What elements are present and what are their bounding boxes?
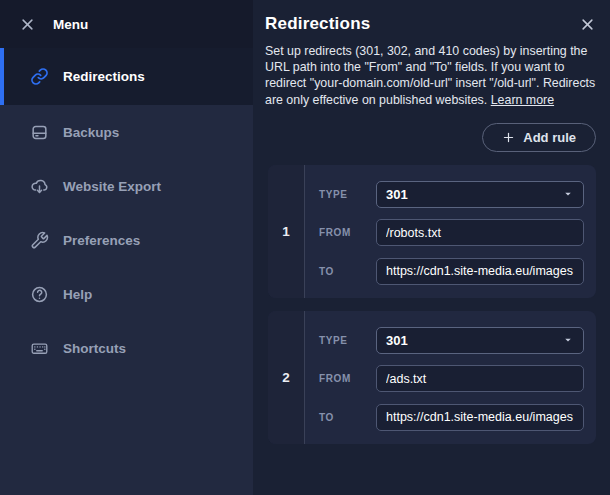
menu-close-button[interactable]	[16, 13, 38, 35]
redirections-panel: Redirections Set up redirects (301, 302,…	[253, 0, 610, 495]
type-select-value: 301	[386, 187, 408, 202]
to-row: TO	[319, 404, 584, 431]
menu-title: Menu	[53, 17, 88, 32]
sidebar-item-label: Preferences	[63, 233, 140, 248]
type-row: TYPE 301	[319, 181, 584, 208]
from-label: FROM	[319, 373, 376, 384]
rule-number: 2	[268, 311, 305, 444]
from-row: FROM	[319, 365, 584, 392]
wrench-icon	[30, 231, 49, 250]
sidebar-item-preferences[interactable]: Preferences	[0, 213, 253, 267]
add-rule-label: Add rule	[523, 130, 576, 145]
sidebar-header: Menu	[0, 0, 253, 48]
from-label: FROM	[319, 227, 376, 238]
page-title: Redirections	[265, 14, 596, 34]
sidebar-item-website-export[interactable]: Website Export	[0, 159, 253, 213]
sidebar-item-label: Website Export	[63, 179, 161, 194]
sidebar-item-label: Redirections	[63, 69, 145, 84]
panel-description: Set up redirects (301, 302, and 410 code…	[265, 43, 596, 108]
from-input[interactable]	[376, 365, 584, 392]
sidebar-item-label: Backups	[63, 125, 119, 140]
redirect-rule-card: 1 TYPE 301 FROM TO	[268, 165, 596, 298]
close-icon	[580, 17, 595, 32]
from-row: FROM	[319, 219, 584, 246]
rule-number: 1	[268, 165, 305, 298]
keyboard-icon	[30, 339, 49, 358]
plus-icon	[502, 131, 515, 144]
panel-close-button[interactable]	[578, 15, 596, 33]
type-select[interactable]: 301	[376, 181, 584, 208]
redirect-rule-card: 2 TYPE 301 FROM TO	[268, 311, 596, 444]
to-row: TO	[319, 258, 584, 285]
to-label: TO	[319, 266, 376, 277]
rule-fields: TYPE 301 FROM TO	[305, 311, 596, 444]
question-circle-icon	[30, 285, 49, 304]
to-input[interactable]	[376, 258, 584, 285]
type-row: TYPE 301	[319, 327, 584, 354]
sidebar-item-label: Help	[63, 287, 92, 302]
chevron-down-icon	[562, 334, 574, 346]
link-icon	[30, 67, 49, 86]
to-input[interactable]	[376, 404, 584, 431]
sidebar-item-backups[interactable]: Backups	[0, 105, 253, 159]
rule-fields: TYPE 301 FROM TO	[305, 165, 596, 298]
sidebar-item-redirections[interactable]: Redirections	[0, 48, 253, 105]
type-select[interactable]: 301	[376, 327, 584, 354]
chevron-down-icon	[562, 188, 574, 200]
sidebar-item-shortcuts[interactable]: Shortcuts	[0, 321, 253, 375]
to-label: TO	[319, 412, 376, 423]
learn-more-link[interactable]: Learn more	[491, 93, 554, 107]
type-label: TYPE	[319, 335, 376, 346]
type-select-value: 301	[386, 333, 408, 348]
menu-sidebar: Menu Redirections Backups Website Export…	[0, 0, 253, 495]
add-rule-row: Add rule	[265, 123, 596, 152]
drive-icon	[30, 123, 49, 142]
cloud-download-icon	[30, 177, 49, 196]
from-input[interactable]	[376, 219, 584, 246]
type-label: TYPE	[319, 189, 376, 200]
close-icon	[20, 17, 35, 32]
sidebar-item-label: Shortcuts	[63, 341, 126, 356]
sidebar-item-help[interactable]: Help	[0, 267, 253, 321]
add-rule-button[interactable]: Add rule	[482, 123, 596, 152]
